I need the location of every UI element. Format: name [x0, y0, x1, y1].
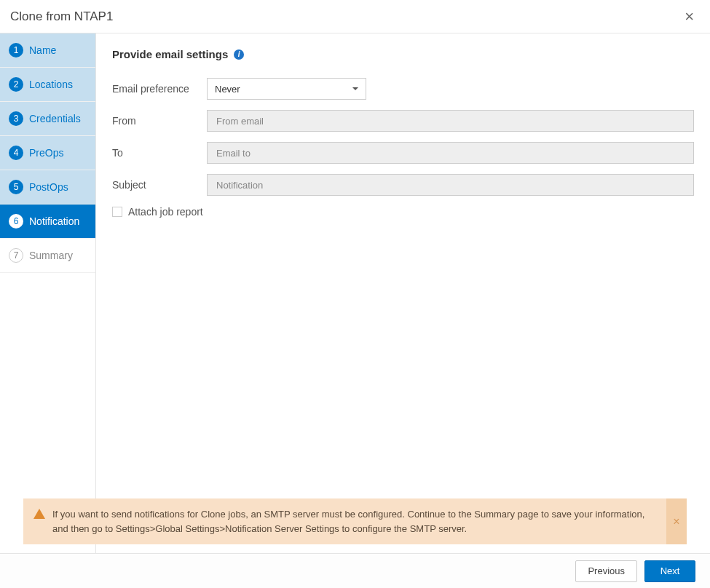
main-panel: Provide email settings i Email preferenc…: [96, 33, 710, 553]
attach-report-label: Attach job report: [128, 206, 203, 218]
step-preops[interactable]: 4 PreOps: [0, 136, 95, 170]
step-label: Name: [29, 44, 56, 56]
step-number-badge: 5: [9, 180, 23, 194]
page-title: Provide email settings: [112, 48, 228, 60]
step-label: Notification: [29, 215, 79, 227]
next-button[interactable]: Next: [644, 560, 695, 582]
step-label: Credentials: [29, 113, 81, 124]
step-locations[interactable]: 2 Locations: [0, 68, 95, 102]
step-summary[interactable]: 7 Summary: [0, 239, 95, 273]
select-value: Never: [215, 84, 240, 95]
previous-button[interactable]: Previous: [575, 560, 637, 582]
wizard-sidebar: 1 Name 2 Locations 3 Credentials 4 PreOp…: [0, 33, 96, 553]
subject-input[interactable]: [207, 174, 694, 196]
page-heading: Provide email settings i: [112, 48, 694, 60]
warning-close-icon[interactable]: ×: [666, 498, 687, 544]
dialog-header: Clone from NTAP1 ×: [0, 0, 710, 33]
step-number-badge: 2: [9, 77, 23, 92]
warning-icon: [33, 509, 45, 519]
step-number-badge: 1: [9, 43, 23, 57]
label-email-preference: Email preference: [112, 83, 207, 95]
info-icon[interactable]: i: [234, 49, 244, 60]
step-credentials[interactable]: 3 Credentials: [0, 102, 95, 136]
step-label: PostOps: [29, 181, 68, 193]
row-attach-report: Attach job report: [112, 206, 694, 218]
label-subject: Subject: [112, 179, 207, 191]
warning-banner: If you want to send notifications for Cl…: [23, 498, 687, 544]
row-to: To: [112, 142, 694, 164]
dialog-footer: Previous Next: [0, 553, 710, 588]
step-number-badge: 3: [9, 111, 23, 126]
row-subject: Subject: [112, 174, 694, 196]
step-number-badge: 7: [9, 248, 23, 263]
step-label: Locations: [29, 79, 73, 90]
chevron-down-icon: [352, 87, 358, 90]
label-to: To: [112, 147, 207, 159]
from-input[interactable]: [207, 110, 694, 132]
email-preference-select[interactable]: Never: [207, 78, 366, 100]
row-email-preference: Email preference Never: [112, 78, 694, 100]
warning-text: If you want to send notifications for Cl…: [52, 507, 658, 536]
step-postops[interactable]: 5 PostOps: [0, 170, 95, 204]
step-label: PreOps: [29, 147, 63, 159]
row-from: From: [112, 110, 694, 132]
step-name[interactable]: 1 Name: [0, 33, 95, 68]
label-from: From: [112, 115, 207, 127]
to-input[interactable]: [207, 142, 694, 164]
step-notification[interactable]: 6 Notification: [0, 204, 95, 239]
step-number-badge: 4: [9, 146, 23, 160]
close-icon[interactable]: ×: [682, 6, 697, 28]
dialog-body: 1 Name 2 Locations 3 Credentials 4 PreOp…: [0, 33, 710, 553]
dialog-title: Clone from NTAP1: [10, 9, 113, 24]
step-number-badge: 6: [9, 214, 23, 229]
step-label: Summary: [29, 250, 73, 261]
attach-report-checkbox[interactable]: [112, 207, 122, 217]
